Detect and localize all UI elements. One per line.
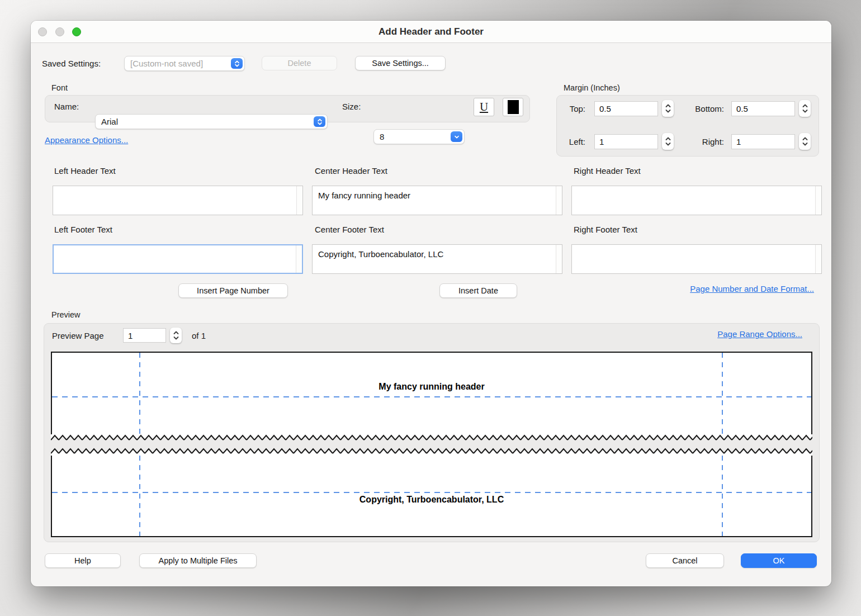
- preview-page-bottom: Copyright, Turboencabulator, LLC: [51, 448, 812, 537]
- font-section-label: Font: [51, 83, 68, 92]
- font-size-label: Size:: [342, 99, 361, 114]
- center-header-textarea[interactable]: My fancy running header: [313, 186, 556, 215]
- preview-page-top: My fancy running header: [51, 352, 812, 434]
- scrollbar-gutter: [296, 245, 302, 273]
- chevron-down-icon: [451, 131, 462, 142]
- center-header-label: Center Header Text: [315, 166, 387, 176]
- font-name-dropdown[interactable]: Arial: [95, 114, 328, 129]
- margin-guide-header: [52, 396, 811, 397]
- font-size-value: 8: [380, 132, 384, 141]
- margin-guide-footer: [52, 492, 811, 493]
- center-footer-textarea[interactable]: Copyright, Turboencabulator, LLC: [313, 245, 556, 273]
- margin-top-input[interactable]: [594, 101, 658, 116]
- saved-settings-dropdown[interactable]: [Custom-not saved]: [124, 56, 245, 71]
- margin-guide-right: [722, 353, 723, 434]
- page-range-options-link[interactable]: Page Range Options...: [717, 329, 802, 339]
- left-footer-textarea[interactable]: [54, 245, 296, 273]
- ok-button[interactable]: OK: [741, 553, 817, 568]
- insert-date-button[interactable]: Insert Date: [439, 283, 517, 298]
- appearance-options-link[interactable]: Appearance Options...: [45, 135, 128, 145]
- margin-left-label: Left:: [559, 134, 590, 149]
- margin-right-stepper[interactable]: [799, 133, 811, 150]
- preview-page-count: of 1: [192, 328, 206, 343]
- popup-updown-icon: [231, 58, 243, 69]
- scrollbar-gutter: [556, 245, 562, 273]
- apply-to-multiple-files-button[interactable]: Apply to Multiple Files: [139, 553, 257, 568]
- margin-guide-left: [139, 353, 140, 434]
- popup-updown-icon: [314, 116, 325, 127]
- center-footer-field[interactable]: Copyright, Turboencabulator, LLC: [312, 244, 562, 274]
- font-size-combo[interactable]: 8: [373, 129, 465, 144]
- underline-button[interactable]: U: [474, 98, 494, 116]
- margin-left-input[interactable]: [594, 134, 658, 149]
- preview-page-stepper[interactable]: [170, 328, 182, 343]
- right-footer-textarea[interactable]: [572, 245, 815, 273]
- add-header-footer-dialog: Add Header and Footer Saved Settings: [C…: [31, 21, 831, 586]
- preview-footer-text: Copyright, Turboencabulator, LLC: [52, 495, 811, 505]
- help-button[interactable]: Help: [45, 553, 121, 568]
- saved-settings-label: Saved Settings:: [42, 56, 101, 71]
- right-header-label: Right Header Text: [574, 166, 641, 176]
- left-header-textarea[interactable]: [53, 186, 296, 215]
- left-footer-label: Left Footer Text: [54, 225, 112, 234]
- margin-bottom-label: Bottom:: [682, 101, 728, 116]
- center-footer-label: Center Footer Text: [315, 225, 384, 234]
- preview-header-text: My fancy running header: [52, 382, 811, 392]
- right-footer-label: Right Footer Text: [574, 225, 637, 234]
- scrollbar-gutter: [815, 245, 821, 273]
- scrollbar-gutter: [815, 186, 821, 215]
- insert-page-number-button[interactable]: Insert Page Number: [178, 283, 288, 298]
- right-header-textarea[interactable]: [572, 186, 815, 215]
- font-color-swatch: [508, 100, 519, 114]
- font-color-button[interactable]: [503, 98, 523, 116]
- margin-right-input[interactable]: [731, 134, 795, 149]
- right-header-field[interactable]: [571, 186, 822, 215]
- preview-page-input[interactable]: [123, 328, 166, 343]
- font-name-label: Name:: [54, 99, 79, 114]
- margin-left-stepper[interactable]: [662, 133, 674, 150]
- right-footer-field[interactable]: [571, 244, 822, 274]
- margin-bottom-stepper[interactable]: [799, 100, 811, 117]
- title-bar: Add Header and Footer: [31, 21, 831, 43]
- left-header-field[interactable]: [53, 186, 303, 215]
- margin-top-label: Top:: [559, 101, 590, 116]
- margin-bottom-input[interactable]: [731, 101, 795, 116]
- cancel-button[interactable]: Cancel: [646, 553, 724, 568]
- page-number-date-format-link[interactable]: Page Number and Date Format...: [690, 284, 814, 293]
- dialog-title: Add Header and Footer: [31, 21, 831, 43]
- margin-right-label: Right:: [682, 134, 728, 149]
- underline-icon: U: [480, 100, 488, 114]
- preview-page-label: Preview Page: [52, 328, 104, 343]
- scrollbar-gutter: [296, 186, 302, 215]
- left-header-label: Left Header Text: [54, 166, 116, 176]
- margin-section-label: Margin (Inches): [564, 83, 620, 92]
- torn-edge: [51, 434, 812, 442]
- center-header-field[interactable]: My fancy running header: [312, 186, 562, 215]
- preview-groupbox: Preview Page of 1 Page Range Options... …: [44, 323, 820, 542]
- scrollbar-gutter: [556, 186, 562, 215]
- preview-section-label: Preview: [51, 310, 81, 319]
- margin-top-stepper[interactable]: [662, 100, 674, 117]
- delete-button[interactable]: Delete: [262, 56, 337, 70]
- font-name-value: Arial: [101, 117, 118, 126]
- left-footer-field[interactable]: [53, 244, 303, 274]
- save-settings-button[interactable]: Save Settings...: [355, 56, 446, 70]
- saved-settings-value: [Custom-not saved]: [130, 59, 203, 68]
- torn-edge: [51, 448, 812, 456]
